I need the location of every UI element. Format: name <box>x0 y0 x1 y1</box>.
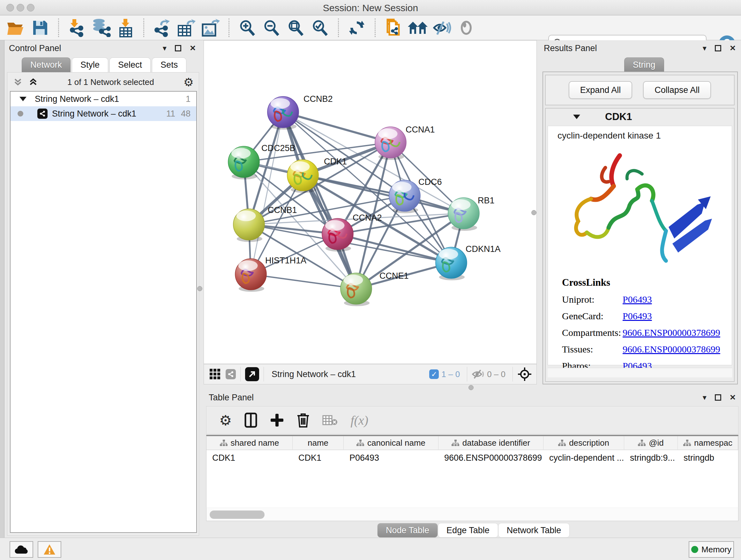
network-graph[interactable]: CCNB2CCNA1CDC25BCDK1CDC6RB1CCNB1CCNA2CDK… <box>204 41 536 364</box>
network-node-CCNA1[interactable] <box>375 127 406 160</box>
function-builder-icon[interactable]: f(x) <box>350 413 368 428</box>
hide-eye-button[interactable] <box>430 17 454 38</box>
save-session-button[interactable] <box>28 17 52 38</box>
hidden-items-eye-icon[interactable] <box>472 369 484 379</box>
vertical-splitter-handle-right[interactable] <box>531 210 536 215</box>
zoom-out-button[interactable] <box>259 17 284 38</box>
import-network-button[interactable] <box>65 17 89 38</box>
refresh-button[interactable] <box>345 17 369 38</box>
memory-button[interactable]: Memory <box>689 541 734 558</box>
column-header-sharedname[interactable]: shared name <box>206 436 293 449</box>
add-column-icon[interactable] <box>270 413 284 427</box>
results-scrollbar[interactable] <box>548 368 732 377</box>
crosslink-link[interactable]: P06493 <box>623 311 652 321</box>
network-node-CDK1[interactable] <box>287 160 319 193</box>
import-database-button[interactable] <box>89 17 113 38</box>
birdseye-view-icon[interactable] <box>226 369 236 379</box>
tab-sets[interactable]: Sets <box>152 57 186 72</box>
refresh-icon <box>348 19 365 36</box>
tab-select[interactable]: Select <box>110 57 151 72</box>
selected-nodes-checkbox-icon[interactable]: ✓ <box>429 369 439 379</box>
zoom-selected-button[interactable] <box>308 17 332 38</box>
delete-table-icon[interactable] <box>322 415 338 426</box>
table-cell[interactable]: cyclin-dependent ... <box>543 450 624 465</box>
results-panel-menu-icon[interactable]: ▾ <box>703 44 706 52</box>
collection-expander-icon[interactable] <box>19 97 26 101</box>
collapse-all-icon[interactable] <box>13 77 23 87</box>
table-hscrollbar[interactable] <box>206 508 738 521</box>
table-cell[interactable]: 9606.ENSP00000378699 <box>439 450 543 465</box>
crosslink-link[interactable]: 9606.ENSP00000378699 <box>623 344 720 355</box>
results-panel-float-icon[interactable] <box>715 45 721 51</box>
network-node-CCNE1[interactable] <box>340 273 372 306</box>
table-tab-node-table[interactable]: Node Table <box>377 523 438 538</box>
crosslink-link[interactable]: 9606.ENSP00000378699 <box>623 327 720 338</box>
table-panel-close-icon[interactable]: ✕ <box>730 394 736 401</box>
table-cell[interactable]: stringdb <box>678 450 738 465</box>
table-options-gear-icon[interactable]: ⚙ <box>219 412 232 428</box>
export-table-button[interactable] <box>174 17 199 38</box>
table-tab-edge-table[interactable]: Edge Table <box>438 523 498 538</box>
table-tab-network-table[interactable]: Network Table <box>498 523 570 538</box>
column-header-description[interactable]: description <box>543 436 624 449</box>
network-options-gear-icon[interactable]: ⚙ <box>184 76 194 89</box>
zoom-selected-icon <box>312 19 329 37</box>
homes-button[interactable] <box>406 17 430 38</box>
network-view-canvas[interactable]: CCNB2CCNA1CDC25BCDK1CDC6RB1CCNB1CCNA2CDK… <box>204 40 537 364</box>
show-eye-button[interactable] <box>454 17 478 38</box>
results-panel-close-icon[interactable]: ✕ <box>730 44 736 52</box>
network-edge-CCNB2-HIST1H1A[interactable] <box>251 112 283 274</box>
table-panel-float-icon[interactable] <box>715 394 721 401</box>
control-panel-menu-icon[interactable]: ▾ <box>163 44 166 52</box>
table-cell[interactable]: CDK1 <box>293 450 344 465</box>
network-collection-row[interactable]: String Network – cdk1 1 <box>10 91 196 106</box>
protein-section-expander-icon[interactable] <box>573 115 580 119</box>
network-node-CCNB2[interactable] <box>267 97 299 130</box>
warning-button[interactable] <box>38 541 61 558</box>
import-table-button[interactable] <box>113 17 138 38</box>
expand-all-button[interactable]: Expand All <box>569 81 632 99</box>
network-node-CDC6[interactable] <box>389 180 420 213</box>
cloud-button[interactable] <box>10 541 33 558</box>
crosslink-link[interactable]: P06493 <box>623 294 652 305</box>
network-node-CCNA2[interactable] <box>322 219 353 252</box>
column-header-id[interactable]: @id <box>624 436 678 449</box>
network-node-RB1[interactable] <box>448 198 479 231</box>
table-cell[interactable]: CDK1 <box>206 450 293 465</box>
export-image-button[interactable] <box>199 17 223 38</box>
column-header-databaseidentifier[interactable]: database identifier <box>439 436 543 449</box>
table-cell[interactable]: P06493 <box>344 450 439 465</box>
tab-network[interactable]: Network <box>22 57 71 72</box>
control-panel-float-icon[interactable] <box>175 45 181 51</box>
collapse-all-button[interactable]: Collapse All <box>643 81 711 99</box>
table-panel-menu-icon[interactable]: ▾ <box>703 394 706 401</box>
delete-column-trash-icon[interactable] <box>297 413 310 428</box>
horizontal-splitter-handle[interactable] <box>468 385 474 390</box>
column-header-namespac[interactable]: namespac <box>678 436 738 449</box>
zoom-fit-button[interactable] <box>284 17 308 38</box>
show-columns-icon[interactable] <box>245 413 257 428</box>
table-cell[interactable]: stringdb:9... <box>624 450 678 465</box>
expand-all-icon[interactable] <box>28 77 38 87</box>
tab-style[interactable]: Style <box>72 57 108 72</box>
results-tab-string[interactable]: String <box>624 57 664 72</box>
document-share-button[interactable] <box>381 17 406 38</box>
control-panel-close-icon[interactable]: ✕ <box>190 44 196 52</box>
open-window-icon[interactable] <box>245 367 259 381</box>
network-node-CDKN1A[interactable] <box>435 247 467 280</box>
network-edge-HIST1H1A-CCNE1[interactable] <box>251 274 356 289</box>
table-row[interactable]: CDK1CDK1P064939606.ENSP00000378699cyclin… <box>206 450 738 465</box>
open-session-button[interactable] <box>4 17 28 38</box>
fit-content-crosshair-icon[interactable] <box>517 367 532 381</box>
export-network-button[interactable] <box>150 17 174 38</box>
network-row[interactable]: String Network – cdk1 11 48 <box>10 106 196 121</box>
zoom-in-button[interactable] <box>235 17 259 38</box>
network-node-HIST1H1A[interactable] <box>235 259 266 292</box>
vertical-splitter-handle-left[interactable] <box>197 286 202 291</box>
network-node-CCNB1[interactable] <box>233 209 265 242</box>
table-hscrollbar-thumb[interactable] <box>210 510 265 519</box>
network-node-CDC25B[interactable] <box>228 146 259 179</box>
column-header-canonicalname[interactable]: canonical name <box>344 436 439 449</box>
grid-view-icon[interactable] <box>209 368 221 380</box>
column-header-name[interactable]: name <box>293 436 344 449</box>
